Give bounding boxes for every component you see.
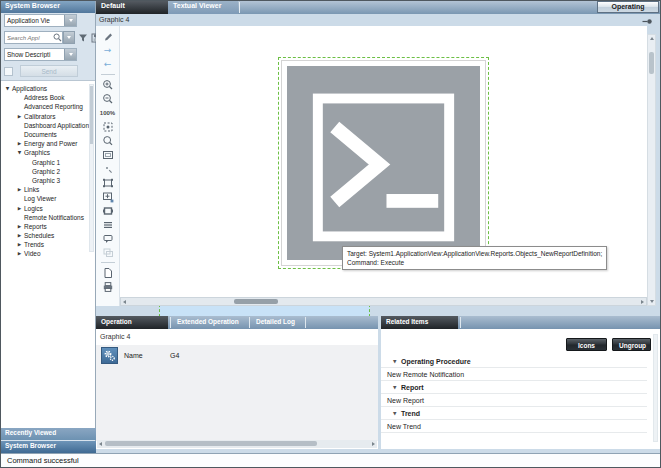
group-operating-procedure[interactable]: ▼Operating Procedure bbox=[381, 355, 647, 368]
horizontal-scroll-thumb[interactable] bbox=[234, 299, 278, 304]
tree-scrollbar[interactable] bbox=[89, 84, 94, 252]
tree-item-reports[interactable]: ▶Reports bbox=[1, 222, 87, 231]
forward-icon[interactable]: → bbox=[100, 44, 116, 57]
collapse-icon[interactable]: ▼ bbox=[15, 150, 24, 155]
tree-item-energy-and-power[interactable]: ▶Energy and Power bbox=[1, 139, 87, 148]
expand-icon[interactable]: ▶ bbox=[15, 224, 24, 229]
layers-icon[interactable] bbox=[100, 218, 116, 231]
collapse-icon[interactable]: ▼ bbox=[393, 385, 401, 390]
collapse-icon[interactable]: ▼ bbox=[3, 86, 12, 91]
terminal-icon[interactable] bbox=[287, 66, 480, 260]
group-trend[interactable]: ▼Trend bbox=[381, 407, 647, 420]
system-browser-bar[interactable]: System Browser bbox=[1, 441, 96, 453]
zoom-level-label[interactable]: 100% bbox=[100, 106, 116, 119]
expand-icon[interactable]: ▶ bbox=[15, 233, 24, 238]
ungroup-button[interactable]: Ungroup bbox=[612, 338, 651, 351]
collapse-icon[interactable]: ▼ bbox=[393, 411, 401, 416]
new-page-icon[interactable] bbox=[100, 266, 116, 279]
tree-item-logics[interactable]: ▶Logics bbox=[1, 203, 87, 212]
tree-item-schedules[interactable]: ▶Schedules bbox=[1, 231, 87, 240]
search-dropdown-button[interactable] bbox=[63, 31, 75, 44]
zoom-out-icon[interactable] bbox=[100, 92, 116, 105]
related-items-scrollbar[interactable] bbox=[653, 334, 658, 442]
tree-item-links[interactable]: ▶Links bbox=[1, 185, 87, 194]
zoom-in-icon[interactable] bbox=[100, 78, 116, 91]
tree-item-graphic-2[interactable]: Graphic 2 bbox=[1, 167, 87, 176]
tree-item-log-viewer[interactable]: Log Viewer bbox=[1, 194, 87, 203]
edit-icon[interactable] bbox=[100, 30, 116, 43]
tree-item-advanced-reporting[interactable]: Advanced Reporting bbox=[1, 102, 87, 111]
related-item-new-trend[interactable]: New Trend bbox=[381, 420, 647, 433]
scroll-right-icon[interactable] bbox=[641, 300, 644, 304]
expand-icon[interactable]: ▶ bbox=[15, 187, 24, 192]
search-row bbox=[4, 31, 101, 44]
system-browser-header[interactable]: System Browser bbox=[1, 1, 95, 13]
comment-icon[interactable] bbox=[100, 232, 116, 245]
group-report[interactable]: ▼Report bbox=[381, 381, 647, 394]
zoom-selection-icon[interactable] bbox=[100, 162, 116, 175]
collapse-icon[interactable]: ▼ bbox=[393, 359, 401, 364]
tab-default[interactable]: Default bbox=[96, 1, 168, 14]
tab-operation[interactable]: Operation bbox=[96, 316, 168, 329]
recently-viewed-bar[interactable]: Recently Viewed bbox=[1, 428, 96, 440]
tree-item-dashboard-application[interactable]: Dashboard Application bbox=[1, 121, 87, 130]
expand-icon[interactable]: ▶ bbox=[15, 251, 24, 256]
reset-view-icon[interactable] bbox=[100, 204, 116, 217]
filter-icon[interactable] bbox=[78, 33, 88, 43]
expand-icon[interactable]: ▶ bbox=[15, 114, 24, 119]
tree-item-graphic-3[interactable]: Graphic 3 bbox=[1, 176, 87, 185]
expand-icon[interactable]: ▶ bbox=[15, 242, 24, 247]
tree-item-remote-notifications[interactable]: Remote Notifications bbox=[1, 213, 87, 222]
search-box[interactable] bbox=[4, 31, 63, 44]
chevron-down-icon[interactable] bbox=[64, 49, 76, 60]
search-tool-icon[interactable] bbox=[100, 134, 116, 147]
property-row[interactable]: Name G4 bbox=[96, 345, 378, 366]
viewport-icon[interactable] bbox=[100, 148, 116, 161]
scroll-up-icon[interactable] bbox=[650, 37, 654, 40]
operating-mode-button[interactable]: Operating bbox=[597, 1, 659, 13]
print-icon[interactable] bbox=[100, 280, 116, 293]
tree-scrollbar-thumb[interactable] bbox=[90, 86, 93, 144]
chevron-down-icon[interactable] bbox=[64, 15, 76, 26]
expand-icon[interactable]: ▶ bbox=[15, 141, 24, 146]
tree-item-graphic-1[interactable]: Graphic 1 bbox=[1, 158, 87, 167]
tooltip-target-line: Target: System1.ApplicationView:Applicat… bbox=[347, 249, 602, 258]
application-window: System Browser Application Vie bbox=[0, 0, 661, 468]
description-selector[interactable]: Show Descripti bbox=[4, 48, 77, 61]
icons-button[interactable]: Icons bbox=[566, 338, 607, 351]
send-button[interactable]: Send bbox=[20, 65, 78, 77]
tree-item-video[interactable]: ▶Video bbox=[1, 249, 87, 258]
tree-item-documents[interactable]: Documents bbox=[1, 130, 87, 139]
scroll-down-icon[interactable] bbox=[650, 300, 654, 303]
operation-scroll-thumb[interactable] bbox=[105, 441, 317, 446]
fit-view-icon[interactable] bbox=[100, 176, 116, 189]
tab-textual-viewer[interactable]: Textual Viewer bbox=[168, 1, 238, 14]
view-selector[interactable]: Application Vie bbox=[4, 14, 77, 27]
operation-scrollbar[interactable] bbox=[97, 440, 377, 448]
canvas-vertical-scrollbar[interactable] bbox=[647, 34, 656, 306]
send-checkbox[interactable] bbox=[4, 67, 13, 76]
back-icon[interactable]: ← bbox=[100, 58, 116, 71]
tree-item-graphics[interactable]: ▼Graphics bbox=[1, 148, 87, 157]
scroll-left-icon[interactable] bbox=[123, 300, 126, 304]
tree-item-address-book[interactable]: Address Book bbox=[1, 93, 87, 102]
command-tooltip: Target: System1.ApplicationView:Applicat… bbox=[342, 246, 607, 270]
tree-item-calibrators[interactable]: ▶Calibrators bbox=[1, 112, 87, 121]
tab-related-items[interactable]: Related Items bbox=[381, 316, 458, 329]
gears-icon[interactable] bbox=[101, 347, 118, 364]
center-view-icon[interactable] bbox=[100, 120, 116, 133]
search-input[interactable] bbox=[5, 35, 53, 41]
pin-icon[interactable] bbox=[642, 18, 653, 26]
zoom-area-icon[interactable] bbox=[100, 190, 116, 203]
tab-detailed-log[interactable]: Detailed Log bbox=[251, 316, 303, 329]
related-item-new-report[interactable]: New Report bbox=[381, 394, 647, 407]
related-item-new-remote-notification[interactable]: New Remote Notification bbox=[381, 368, 647, 381]
tab-extended-operation[interactable]: Extended Operation bbox=[172, 316, 248, 329]
graphics-canvas[interactable]: Target: System1.ApplicationView:Applicat… bbox=[120, 26, 647, 297]
canvas-horizontal-scrollbar[interactable] bbox=[120, 297, 647, 306]
selected-graphic[interactable] bbox=[278, 57, 489, 269]
tree-item-trends[interactable]: ▶Trends bbox=[1, 240, 87, 249]
tree-item-applications[interactable]: ▼Applications bbox=[1, 84, 87, 93]
vertical-scroll-thumb[interactable] bbox=[649, 52, 654, 74]
expand-icon[interactable]: ▶ bbox=[15, 206, 24, 211]
